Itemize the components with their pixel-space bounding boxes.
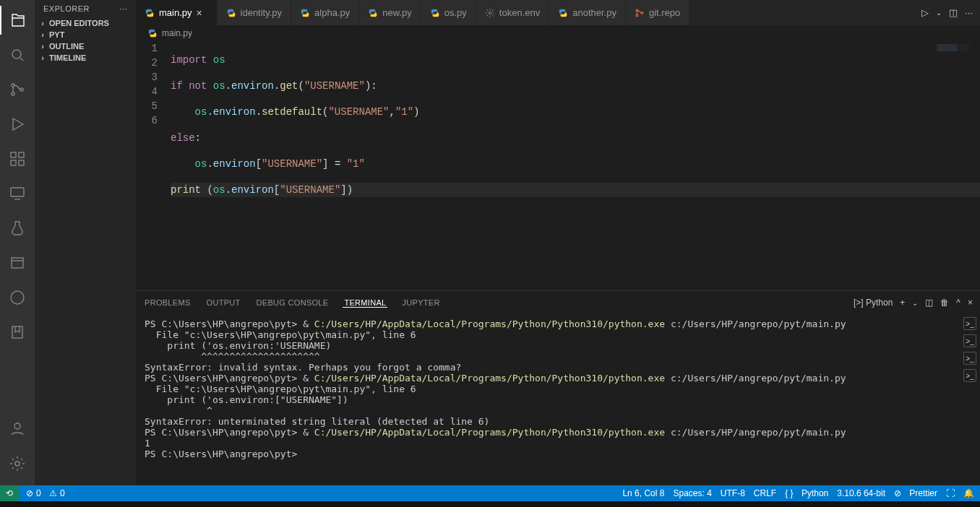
run-file-icon[interactable]: ▷ <box>921 7 929 18</box>
remote-explorer-icon[interactable] <box>0 179 35 208</box>
status-bar: ⟲ ⊘0 ⚠0 Ln 6, Col 8 Spaces: 4 UTF-8 CRLF… <box>0 485 980 501</box>
svg-point-15 <box>636 9 638 12</box>
editor-tab[interactable]: os.py <box>421 0 476 25</box>
testing-icon[interactable] <box>0 214 35 243</box>
language-mode[interactable]: { } Python <box>785 488 828 498</box>
projects-icon[interactable] <box>0 248 35 277</box>
svg-rect-9 <box>12 258 23 268</box>
minimap[interactable] <box>937 44 970 51</box>
settings-gear-icon[interactable] <box>0 449 35 478</box>
editor-tab[interactable]: new.py <box>359 0 421 25</box>
split-editor-icon[interactable]: ◫ <box>949 7 958 18</box>
python-file-icon <box>226 8 236 18</box>
python-file-icon <box>300 8 310 18</box>
warning-icon: ⚠ <box>49 488 57 498</box>
prettier-status[interactable]: ⊘ Prettier <box>894 488 937 498</box>
editor-tab[interactable]: another.py <box>549 0 626 25</box>
maximize-panel-icon[interactable]: ^ <box>956 298 960 308</box>
notifications-icon[interactable]: 🔔 <box>963 488 974 498</box>
cursor-position[interactable]: Ln 6, Col 8 <box>622 488 664 498</box>
braces-icon: { } <box>785 488 793 498</box>
terminal-instance-icon[interactable]: >_ <box>963 317 976 330</box>
panel-tab-problems[interactable]: PROBLEMS <box>143 298 192 308</box>
svg-point-16 <box>636 14 638 17</box>
terminal-instance-icon[interactable]: >_ <box>963 352 976 365</box>
python-file-icon <box>147 28 158 38</box>
svg-point-10 <box>11 291 24 304</box>
python-file-icon <box>145 8 155 18</box>
tab-label: identity.py <box>241 7 283 18</box>
kill-terminal-icon[interactable]: 🗑 <box>940 298 949 308</box>
code-editor[interactable]: 123456 import os if not os.environ.get("… <box>136 41 980 290</box>
source-control-icon[interactable] <box>0 75 35 104</box>
split-terminal-icon[interactable]: ◫ <box>925 298 933 308</box>
sidebar-more-icon[interactable]: ··· <box>119 4 127 13</box>
panel-tab-terminal[interactable]: TERMINAL <box>343 298 387 308</box>
panel-tab-jupyter[interactable]: JUPYTER <box>400 298 441 308</box>
breadcrumb[interactable]: main.py <box>136 25 980 41</box>
close-panel-icon[interactable]: × <box>968 298 973 308</box>
panel-tab-debug-console[interactable]: DEBUG CONSOLE <box>255 298 330 308</box>
gear-file-icon <box>485 8 495 18</box>
editor-tab[interactable]: identity.py <box>218 0 292 25</box>
python-file-icon <box>368 8 378 18</box>
chevron-right-icon: › <box>39 42 46 51</box>
python-interpreter[interactable]: 3.10.6 64-bit <box>837 488 885 498</box>
editor-more-icon[interactable]: ··· <box>965 7 973 18</box>
close-tab-icon[interactable]: × <box>197 7 208 19</box>
remote-indicator[interactable]: ⟲ <box>0 485 19 501</box>
explorer-sidebar: EXPLORER ··· ›OPEN EDITORS ›PYT ›OUTLINE… <box>35 0 136 485</box>
terminal-profile-label[interactable]: [>] Python <box>854 298 893 308</box>
activity-bar <box>0 0 35 485</box>
bookmarks-icon[interactable] <box>0 318 35 347</box>
line-gutter: 123456 <box>136 41 171 290</box>
sidebar-section-open-editors[interactable]: ›OPEN EDITORS <box>35 17 136 29</box>
editor-tab[interactable]: alpha.py <box>291 0 359 25</box>
svg-rect-7 <box>19 160 24 165</box>
tab-label: new.py <box>382 7 411 18</box>
extensions-icon[interactable] <box>0 144 35 173</box>
terminal-dropdown-icon[interactable]: ⌄ <box>912 299 918 307</box>
windows-taskbar[interactable] <box>0 501 980 507</box>
panel-tab-output[interactable]: OUTPUT <box>205 298 242 308</box>
svg-rect-6 <box>11 160 16 165</box>
feedback-icon[interactable]: ⛶ <box>946 488 955 498</box>
editor-tab[interactable]: git.repo <box>626 0 689 25</box>
sidebar-section-outline[interactable]: ›OUTLINE <box>35 40 136 52</box>
tab-label: git.repo <box>649 7 680 18</box>
indentation-status[interactable]: Spaces: 4 <box>673 488 711 498</box>
editor-tab[interactable]: token.env <box>476 0 549 25</box>
error-icon: ⊘ <box>26 488 33 498</box>
encoding-status[interactable]: UTF-8 <box>721 488 745 498</box>
editor-group: main.py×identity.pyalpha.pynew.pyos.pyto… <box>136 0 980 485</box>
chevron-right-icon: › <box>39 53 46 62</box>
prettier-nocheck-icon: ⊘ <box>894 488 901 498</box>
terminal-instance-icon[interactable]: >_ <box>963 369 976 382</box>
new-terminal-icon[interactable]: + <box>900 298 905 308</box>
git-file-icon <box>635 8 645 18</box>
chevron-right-icon: › <box>39 30 46 39</box>
explorer-icon[interactable] <box>0 6 35 35</box>
python-file-icon <box>558 8 568 18</box>
eol-status[interactable]: CRLF <box>754 488 776 498</box>
svg-point-17 <box>641 12 643 14</box>
terminal-instance-icon[interactable]: >_ <box>963 334 976 347</box>
problems-status[interactable]: ⊘0 ⚠0 <box>26 488 65 498</box>
tab-label: alpha.py <box>314 7 350 18</box>
search-icon[interactable] <box>0 40 35 69</box>
terminal[interactable]: PS C:\Users\HP\angrepo\pyt> & C:/Users/H… <box>136 314 980 485</box>
remote-icon: ⟲ <box>6 488 13 498</box>
run-debug-icon[interactable] <box>0 110 35 139</box>
sidebar-section-timeline[interactable]: ›TIMELINE <box>35 52 136 64</box>
accounts-icon[interactable] <box>0 415 35 443</box>
github-icon[interactable] <box>0 283 35 312</box>
editor-tabs: main.py×identity.pyalpha.pynew.pyos.pyto… <box>136 0 914 25</box>
bottom-panel: PROBLEMSOUTPUTDEBUG CONSOLETERMINALJUPYT… <box>136 290 980 485</box>
svg-rect-5 <box>19 152 24 157</box>
run-dropdown-icon[interactable]: ⌄ <box>936 9 942 17</box>
panel-tabs: PROBLEMSOUTPUTDEBUG CONSOLETERMINALJUPYT… <box>143 298 442 308</box>
sidebar-section-folder[interactable]: ›PYT <box>35 29 136 40</box>
editor-tab[interactable]: main.py× <box>136 0 218 25</box>
tab-label: token.env <box>499 7 540 18</box>
chevron-right-icon: › <box>39 19 46 27</box>
